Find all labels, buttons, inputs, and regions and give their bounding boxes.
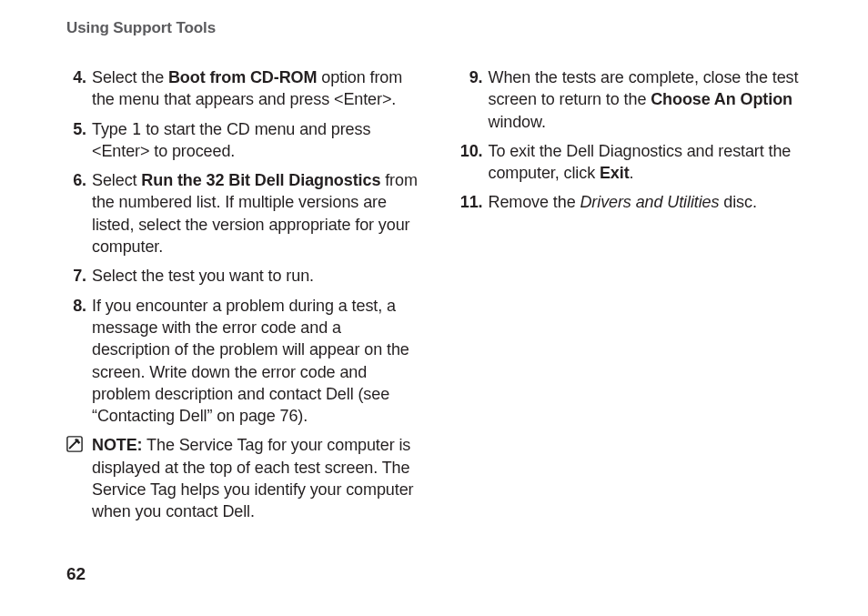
list-item-number: 9.: [458, 66, 483, 88]
note: NOTE: The Service Tag for your computer …: [66, 434, 423, 522]
note-body: NOTE: The Service Tag for your computer …: [92, 434, 423, 522]
text-run: Run the 32 Bit Dell Diagnostics: [141, 171, 380, 189]
text-run: Remove the: [489, 193, 580, 211]
text-run: Type: [92, 120, 132, 138]
list-item-body: Remove the Drivers and Utilities disc.: [489, 191, 814, 213]
list-item-number: 7.: [66, 265, 86, 287]
page-header: Using Support Tools: [66, 19, 813, 37]
list-item-body: Select the test you want to run.: [92, 265, 423, 287]
list-item-number: 10.: [458, 140, 483, 162]
list-item-body: To exit the Dell Diagnostics and restart…: [489, 140, 814, 185]
text-run: Exit: [600, 164, 630, 182]
list-item-body: Select the Boot from CD-ROM option from …: [92, 66, 423, 111]
list-item-body: Select Run the 32 Bit Dell Diagnostics f…: [92, 169, 423, 258]
list-item: 5.Type 1 to start the CD menu and press …: [66, 118, 423, 163]
text-run: If you encounter a problem during a test…: [92, 297, 409, 425]
text-run: Boot from CD-ROM: [168, 68, 317, 86]
list-item: 8.If you encounter a problem during a te…: [66, 295, 423, 428]
list-item-body: When the tests are complete, close the t…: [489, 66, 814, 133]
list-item-number: 6.: [66, 169, 86, 191]
list-item-number: 5.: [66, 118, 86, 140]
list-item: 11.Remove the Drivers and Utilities disc…: [458, 191, 814, 213]
text-run: .: [630, 164, 634, 182]
list-item: 6.Select Run the 32 Bit Dell Diagnostics…: [66, 169, 423, 258]
list-item-body: Type 1 to start the CD menu and press <E…: [92, 118, 423, 163]
page: Using Support Tools 4.Select the Boot fr…: [0, 0, 868, 616]
content-columns: 4.Select the Boot from CD-ROM option fro…: [66, 66, 813, 523]
list-item: 9.When the tests are complete, close the…: [458, 66, 814, 133]
text-run: Select: [92, 171, 141, 189]
text-run: To exit the Dell Diagnostics and restart…: [489, 142, 792, 182]
list-item: 7.Select the test you want to run.: [66, 265, 423, 287]
text-run: Choose An Option: [651, 90, 792, 108]
list-item-number: 11.: [458, 191, 483, 213]
page-number: 62: [66, 564, 86, 584]
text-run: disc.: [719, 193, 756, 211]
text-run: Select the: [92, 68, 168, 86]
text-run: window.: [489, 113, 546, 131]
list-item-body: If you encounter a problem during a test…: [92, 295, 423, 428]
list-item-number: 8.: [66, 295, 86, 317]
text-run: Select the test you want to run.: [92, 267, 314, 285]
note-icon: [66, 436, 86, 454]
column-left: 4.Select the Boot from CD-ROM option fro…: [66, 66, 423, 523]
list-item: 4.Select the Boot from CD-ROM option fro…: [66, 66, 423, 111]
note-label: NOTE:: [92, 436, 143, 454]
text-run: 1: [132, 119, 142, 138]
column-right: 9.When the tests are complete, close the…: [458, 66, 814, 523]
text-run: Drivers and Utilities: [580, 193, 719, 211]
list-item-number: 4.: [66, 66, 86, 88]
list-item: 10.To exit the Dell Diagnostics and rest…: [458, 140, 814, 185]
